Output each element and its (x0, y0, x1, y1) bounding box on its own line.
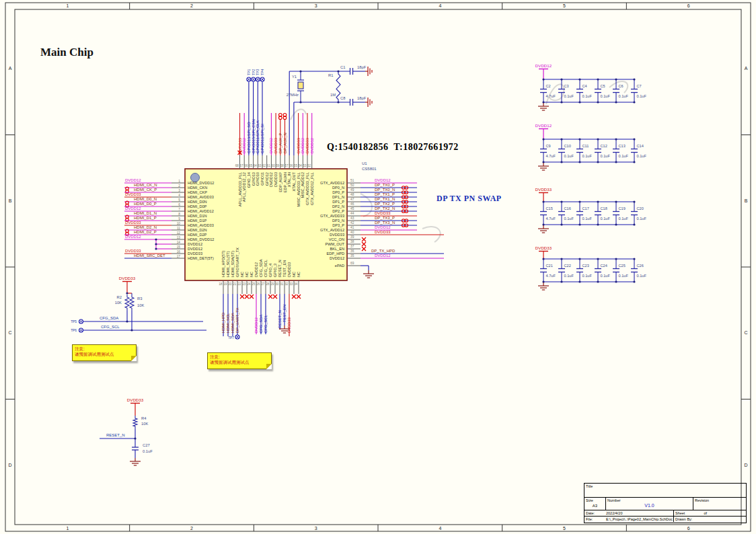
sticky-note[interactable]: 注意: 请预留调试用测试点 (207, 352, 272, 369)
net-label[interactable]: GPIO015/SPI_CSN (252, 119, 256, 153)
net-label[interactable]: GPIO013/SPI_SO (247, 122, 251, 153)
resistor-symbol[interactable] (130, 295, 134, 311)
net-label[interactable]: HDMI_SRC_DET (134, 254, 165, 258)
chip-part[interactable]: CS5801 (362, 167, 377, 171)
net-label[interactable]: HDMI_D2_P (134, 230, 157, 234)
cap-ref[interactable]: C17 (582, 206, 589, 211)
net-label[interactable]: DVDD12 (269, 138, 273, 153)
net-label[interactable]: DVDD33 (125, 249, 141, 253)
net-label[interactable]: DVDD12 (375, 178, 391, 182)
cap-ref[interactable]: C21 (546, 264, 553, 268)
net-label[interactable]: DP_TX3_N (375, 221, 395, 225)
net-label[interactable]: HDMI_D0_P (134, 202, 157, 206)
net-label[interactable]: DP_TX1_N (375, 197, 395, 201)
test-point-label[interactable]: TP5 (71, 320, 77, 323)
test-point-label[interactable]: TP2 (252, 69, 256, 75)
net-label[interactable]: DVDD12 (375, 225, 391, 229)
cap-ref[interactable]: C19 (619, 206, 626, 211)
cap-ref[interactable]: C20 (637, 206, 644, 211)
cap-ref[interactable]: C18 (601, 206, 607, 211)
cap-ref[interactable]: C3 (564, 84, 569, 88)
resistor-symbol[interactable] (125, 295, 129, 311)
net-label[interactable]: DVDD12 (125, 178, 141, 182)
net-label[interactable]: DP_TX0_N (375, 188, 395, 192)
cap-ref[interactable]: C6 (619, 84, 623, 88)
net-label[interactable]: DVDD33 (305, 138, 309, 153)
res-ref[interactable]: R2 (117, 295, 122, 299)
crystal-ref[interactable]: Y1 (292, 75, 297, 79)
net-label[interactable]: DVDD33 (125, 192, 141, 196)
net-label[interactable]: GPIO012/SPI_SI (260, 124, 264, 153)
cap-ref[interactable]: C13 (619, 144, 626, 148)
cap-ref[interactable]: C26 (637, 264, 644, 268)
net-label[interactable]: DVDD33 (375, 230, 391, 234)
chip-ref[interactable]: U1 (362, 161, 367, 165)
net-label[interactable]: DVDD33 (274, 138, 278, 153)
net-label[interactable]: HDMI_D1_P (134, 216, 157, 220)
net-label[interactable]: HDMI_CK_N (134, 183, 157, 187)
power-port-label[interactable]: DVDD33 (127, 397, 144, 402)
power-port-label[interactable]: DVDD12 (535, 123, 552, 128)
cap-ref[interactable]: C25 (619, 264, 626, 268)
cap-ref[interactable]: C23 (582, 264, 589, 268)
net-label[interactable]: HDMI_D2_N (134, 225, 157, 229)
net-label[interactable]: DP_TX1_P (375, 192, 395, 196)
cap-ref[interactable]: C27 (143, 443, 150, 447)
net-label[interactable]: DP_TX0_P (375, 183, 395, 187)
test-point-label[interactable]: TP1 (247, 69, 251, 75)
net-label[interactable]: CFG_SCL (264, 314, 268, 333)
net-label[interactable]: DVDD12 (125, 235, 141, 239)
cap-ref[interactable]: C15 (546, 206, 553, 211)
net-label[interactable]: DVDD33 (287, 317, 291, 333)
net-label[interactable]: DVDD33 (125, 221, 141, 225)
test-point-label[interactable]: TP6 (71, 329, 77, 332)
res-ref[interactable]: R3 (137, 297, 142, 301)
net-label[interactable]: DP_TX2_P (375, 202, 395, 206)
cap-ref[interactable]: C11 (582, 144, 589, 148)
power-port-label[interactable]: DVDD33 (119, 276, 136, 280)
net-label[interactable]: GPIO011/SPI_CLK (256, 120, 260, 153)
resistor-symbol[interactable] (133, 416, 137, 429)
power-port-label[interactable]: DVDD33 (535, 245, 552, 250)
net-label[interactable]: DVDD12 (242, 138, 246, 153)
net-label[interactable]: HDMI_HPD (221, 313, 225, 333)
cap-ref[interactable]: C24 (601, 264, 607, 268)
net-label[interactable]: DVDD12 (254, 317, 258, 333)
net-label[interactable]: CFG_SDA (100, 316, 118, 320)
test-point-label[interactable]: TP4 (260, 69, 264, 75)
net-label[interactable]: DP_AUX_N (283, 132, 287, 153)
sticky-note[interactable]: 注意: 请预留调试用测试点 (72, 344, 137, 361)
net-label[interactable]: HDMI_D0_N (134, 197, 157, 201)
power-port-label[interactable]: DVDD33 (535, 187, 552, 192)
net-label[interactable]: HDMI_CK_P (134, 188, 157, 192)
cap-ref[interactable]: C14 (637, 144, 644, 148)
net-label[interactable]: DP_TX3_P (375, 216, 395, 220)
cap-ref[interactable]: C22 (564, 264, 571, 268)
net-label[interactable]: DVDD12 (310, 138, 314, 153)
net-label[interactable]: TEST_EN (282, 305, 287, 322)
net-label[interactable]: DVDD12 (375, 254, 391, 258)
cap-ref[interactable]: C10 (564, 144, 571, 148)
power-port-label[interactable]: DVDD12 (535, 63, 552, 68)
cap-ref[interactable]: C5 (601, 84, 605, 88)
net-label[interactable]: DP_TX2_N (375, 206, 395, 211)
res-ref[interactable]: R1 (328, 73, 333, 77)
net-label[interactable]: DVDD12 (301, 138, 305, 153)
cap-ref[interactable]: C12 (601, 144, 607, 148)
net-label[interactable]: RESET_N (278, 310, 282, 328)
net-label[interactable]: DVDD12 (125, 206, 141, 211)
net-label[interactable]: DVDD33 (375, 211, 391, 215)
cap-ref[interactable]: C7 (637, 84, 642, 88)
res-ref[interactable]: R4 (141, 416, 147, 420)
net-label[interactable]: DP_AUX_P (278, 133, 282, 153)
net-label[interactable]: RESET_N (106, 433, 125, 437)
crystal-symbol[interactable] (298, 82, 303, 89)
net-label[interactable]: HDMI_D1_N (134, 211, 157, 215)
net-label[interactable]: DP_UART_TX (235, 307, 239, 333)
cap-ref[interactable]: C2 (546, 84, 551, 88)
net-label[interactable]: DP_TX_HPD (371, 249, 395, 253)
cap-ref[interactable]: C8 (340, 96, 345, 100)
net-label[interactable]: HDMI_SCL (226, 313, 230, 333)
test-point-label[interactable]: TP7 (228, 336, 234, 340)
cap-ref[interactable]: C9 (546, 144, 551, 148)
